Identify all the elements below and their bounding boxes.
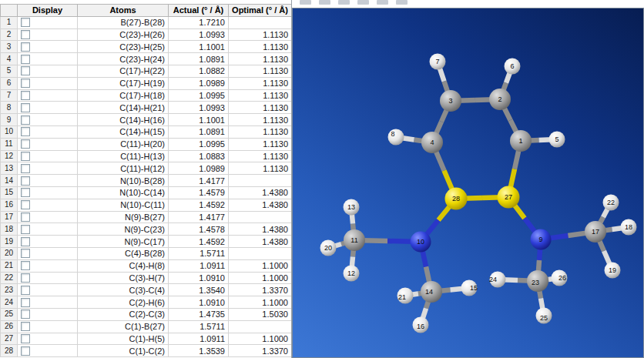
optimal-cell: 1.1130 [229, 138, 292, 150]
table-row[interactable]: 23C(3)-C(4)1.35401.3370 [1, 284, 292, 296]
actual-cell: 1.4592 [169, 199, 229, 211]
table-row[interactable]: 9C(14)-H(16)1.10011.1130 [1, 114, 292, 126]
atom-label-2: 2 [498, 95, 501, 103]
display-checkbox[interactable] [21, 79, 30, 88]
display-checkbox[interactable] [21, 91, 30, 100]
table-row[interactable]: 8C(14)-H(21)1.09931.1130 [1, 102, 292, 114]
display-checkbox[interactable] [21, 176, 30, 186]
optimal-cell: 1.5030 [229, 308, 292, 320]
table-row[interactable]: 12C(11)-H(13)1.08831.1130 [1, 150, 292, 162]
cropped-toolbar [292, 0, 644, 8]
table-row[interactable]: 20C(4)-B(28)1.5711 [1, 247, 292, 259]
atom-label-25: 25 [540, 314, 548, 322]
table-row[interactable]: 4C(23)-H(24)1.08911.1130 [1, 53, 292, 65]
display-checkbox[interactable] [21, 127, 30, 136]
display-checkbox[interactable] [21, 103, 30, 112]
header-optimal[interactable]: Optimal (° / Å) [229, 5, 292, 17]
table-row[interactable]: 22C(3)-H(7)1.09101.1000 [1, 272, 292, 284]
table-row[interactable]: 11C(11)-H(20)1.09951.1130 [1, 138, 292, 150]
atoms-cell: C(11)-H(13) [78, 150, 169, 162]
actual-cell: 1.5711 [169, 247, 229, 259]
table-row[interactable]: 2C(23)-H(26)1.09931.1130 [1, 28, 292, 41]
cropped-toolbar-icon[interactable] [357, 0, 369, 5]
optimal-cell [229, 320, 292, 333]
table-row[interactable]: 16N(10)-C(11)1.45921.4380 [1, 199, 292, 211]
table-row[interactable]: 13C(11)-H(12)1.09891.1130 [1, 162, 292, 175]
display-checkbox[interactable] [21, 225, 30, 234]
display-checkbox[interactable] [21, 55, 30, 64]
display-checkbox[interactable] [21, 30, 30, 39]
display-checkbox[interactable] [21, 249, 30, 258]
cropped-toolbar-icon[interactable] [377, 0, 388, 5]
display-checkbox[interactable] [21, 188, 30, 197]
display-checkbox[interactable] [21, 66, 30, 75]
row-number: 18 [1, 223, 18, 236]
cropped-toolbar-icon[interactable] [338, 0, 350, 5]
header-atoms[interactable]: Atoms [78, 5, 169, 17]
cropped-toolbar-icon[interactable] [300, 0, 311, 5]
display-cell [18, 77, 78, 89]
display-checkbox[interactable] [21, 346, 30, 356]
molecule-viewport[interactable]: 7623851427282213181791110201912262423151… [292, 8, 644, 358]
table-row[interactable]: 6C(17)-H(19)1.09891.1130 [1, 77, 292, 89]
table-row[interactable]: 19N(9)-C(17)1.45921.4380 [1, 236, 292, 248]
display-checkbox[interactable] [21, 261, 30, 270]
corner-header [1, 5, 18, 17]
header-actual[interactable]: Actual (° / Å) [169, 5, 229, 17]
optimal-cell: 1.1130 [229, 162, 292, 175]
row-number: 26 [1, 320, 18, 333]
display-checkbox[interactable] [21, 237, 30, 246]
actual-cell: 1.0911 [169, 259, 229, 272]
table-row[interactable]: 1B(27)-B(28)1.7210 [1, 16, 292, 28]
table-row[interactable]: 27C(1)-H(5)1.09111.1000 [1, 333, 292, 345]
row-number: 12 [1, 150, 18, 162]
table-row[interactable]: 25C(2)-C(3)1.47351.5030 [1, 308, 292, 320]
display-checkbox[interactable] [21, 42, 30, 52]
display-checkbox[interactable] [21, 152, 30, 161]
display-checkbox[interactable] [21, 200, 30, 209]
optimal-cell: 1.1130 [229, 102, 292, 114]
header-display[interactable]: Display [18, 5, 78, 17]
table-row[interactable]: 7C(17)-H(18)1.09951.1130 [1, 89, 292, 102]
display-checkbox[interactable] [21, 212, 30, 222]
display-checkbox[interactable] [21, 309, 30, 319]
atoms-cell: C(23)-H(25) [78, 41, 169, 53]
display-checkbox[interactable] [21, 18, 30, 27]
actual-cell: 1.5711 [169, 320, 229, 333]
display-checkbox[interactable] [21, 322, 30, 331]
display-checkbox[interactable] [21, 334, 30, 343]
cropped-toolbar-icon[interactable] [396, 0, 408, 5]
table-row[interactable]: 5C(17)-H(22)1.08821.1130 [1, 65, 292, 77]
optimal-cell: 1.4380 [229, 199, 292, 211]
atoms-cell: C(4)-H(8) [78, 259, 169, 272]
molecule-canvas[interactable]: 7623851427282213181791110201912262423151… [293, 8, 643, 357]
display-checkbox[interactable] [21, 286, 30, 295]
table-row[interactable]: 21C(4)-H(8)1.09111.1000 [1, 259, 292, 272]
row-number: 7 [1, 89, 18, 102]
atoms-cell: C(23)-H(26) [78, 28, 169, 41]
atoms-cell: C(2)-C(3) [78, 308, 169, 320]
display-checkbox[interactable] [21, 273, 30, 283]
table-row[interactable]: 26C(1)-B(27)1.5711 [1, 320, 292, 333]
display-checkbox[interactable] [21, 164, 30, 173]
table-row[interactable]: 15N(10)-C(14)1.45791.4380 [1, 186, 292, 199]
table-row[interactable]: 17N(9)-B(27)1.4177 [1, 211, 292, 223]
atoms-cell: N(10)-C(14) [78, 186, 169, 199]
display-checkbox[interactable] [21, 115, 30, 125]
table-row[interactable]: 24C(2)-H(6)1.09101.1000 [1, 296, 292, 309]
table-row[interactable]: 14N(10)-B(28)1.4177 [1, 175, 292, 187]
table-row[interactable]: 10C(14)-H(15)1.08911.1130 [1, 125, 292, 138]
actual-cell: 1.0910 [169, 272, 229, 284]
table-row[interactable]: 18N(9)-C(23)1.45781.4380 [1, 223, 292, 236]
atom-label-6: 6 [510, 62, 514, 70]
table-row[interactable]: 28C(1)-C(2)1.35391.3370 [1, 345, 292, 357]
atom-label-13: 13 [347, 203, 355, 211]
optimal-cell: 1.1130 [229, 114, 292, 126]
cropped-toolbar-icon[interactable] [319, 0, 330, 5]
display-cell [18, 41, 78, 53]
display-checkbox[interactable] [21, 139, 30, 149]
atoms-cell: C(17)-H(18) [78, 89, 169, 102]
atoms-cell: B(27)-B(28) [78, 16, 169, 28]
display-checkbox[interactable] [21, 298, 30, 307]
table-row[interactable]: 3C(23)-H(25)1.10011.1130 [1, 41, 292, 53]
